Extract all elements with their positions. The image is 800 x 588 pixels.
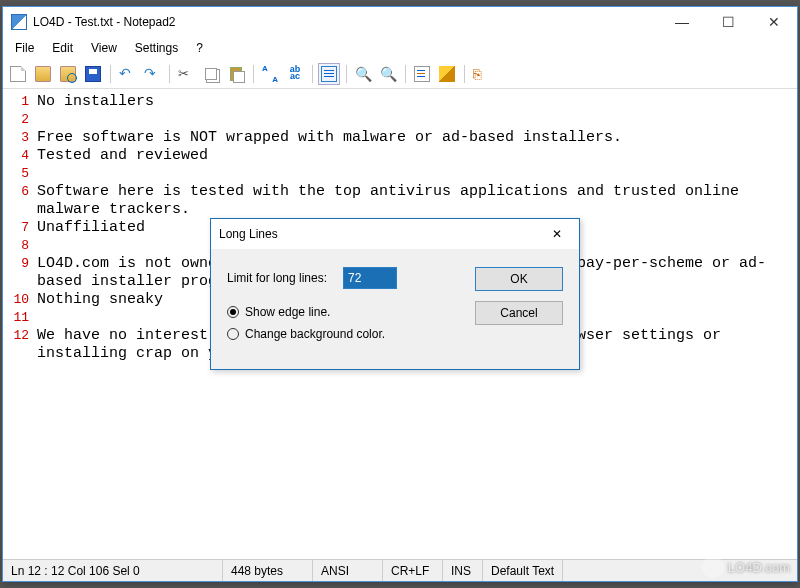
exit-button[interactable]: ⎘	[470, 63, 492, 85]
separator	[461, 63, 467, 85]
open-folder-icon	[35, 66, 51, 82]
menu-file[interactable]: File	[7, 39, 42, 57]
close-button[interactable]: ✕	[751, 7, 797, 37]
line-number: 12	[3, 327, 29, 363]
binoculars-icon	[262, 66, 278, 82]
paste-button[interactable]	[225, 63, 247, 85]
text-line[interactable]: Tested and reviewed	[37, 147, 797, 165]
browse-folder-icon	[60, 66, 76, 82]
menubar: File Edit View Settings ?	[3, 37, 797, 59]
limit-input[interactable]	[343, 267, 397, 289]
line-number: 2	[3, 111, 29, 129]
line-number: 10	[3, 291, 29, 309]
line-number: 7	[3, 219, 29, 237]
replace-icon: abac	[287, 66, 303, 82]
minimize-button[interactable]: —	[659, 7, 705, 37]
text-line[interactable]	[37, 111, 797, 129]
separator	[107, 63, 113, 85]
pencil-icon	[439, 66, 455, 82]
watermark-text: LO4D.com	[728, 560, 790, 575]
menu-settings[interactable]: Settings	[127, 39, 186, 57]
maximize-button[interactable]: ☐	[705, 7, 751, 37]
text-line[interactable]: Free software is NOT wrapped with malwar…	[37, 129, 797, 147]
text-line[interactable]: Software here is tested with the top ant…	[37, 183, 797, 219]
watermark: LO4D.com	[702, 556, 790, 578]
open-button[interactable]	[32, 63, 54, 85]
cancel-button[interactable]: Cancel	[475, 301, 563, 325]
line-number: 6	[3, 183, 29, 219]
status-encoding[interactable]: ANSI	[313, 560, 383, 581]
line-number: 3	[3, 129, 29, 147]
line-number: 5	[3, 165, 29, 183]
radio-change-bg[interactable]: Change background color.	[227, 327, 563, 341]
radio-edge-label: Show edge line.	[245, 305, 330, 319]
zoom-out-icon: 🔍	[380, 66, 396, 82]
copy-icon	[205, 68, 217, 80]
line-number: 4	[3, 147, 29, 165]
clipboard-icon	[230, 67, 242, 81]
undo-arrow-icon: ↶	[119, 66, 135, 82]
undo-button[interactable]: ↶	[116, 63, 138, 85]
replace-button[interactable]: abac	[284, 63, 306, 85]
menu-edit[interactable]: Edit	[44, 39, 81, 57]
dialog-body: Limit for long lines: Show edge line. Ch…	[211, 249, 579, 369]
redo-button[interactable]: ↷	[141, 63, 163, 85]
menu-help[interactable]: ?	[188, 39, 211, 57]
watermark-logo-icon	[702, 556, 724, 578]
dialog-title-text: Long Lines	[219, 227, 543, 241]
text-line[interactable]	[37, 165, 797, 183]
separator	[250, 63, 256, 85]
toolbar: ↶ ↷ ✂ abac 🔍 🔍 ⎘	[3, 59, 797, 89]
copy-button[interactable]	[200, 63, 222, 85]
window-title: LO4D - Test.txt - Notepad2	[33, 15, 659, 29]
wordwrap-button[interactable]	[318, 63, 340, 85]
dialog-titlebar[interactable]: Long Lines ✕	[211, 219, 579, 249]
statusbar: Ln 12 : 12 Col 106 Sel 0 448 bytes ANSI …	[3, 559, 797, 581]
scheme-button[interactable]	[411, 63, 433, 85]
status-filesize: 448 bytes	[223, 560, 313, 581]
save-disk-icon	[85, 66, 101, 82]
window-controls: — ☐ ✕	[659, 7, 797, 37]
line-number: 8	[3, 237, 29, 255]
scheme-icon	[414, 66, 430, 82]
radio-icon	[227, 306, 239, 318]
titlebar[interactable]: LO4D - Test.txt - Notepad2 — ☐ ✕	[3, 7, 797, 37]
status-eol[interactable]: CR+LF	[383, 560, 443, 581]
customize-button[interactable]	[436, 63, 458, 85]
radio-bg-label: Change background color.	[245, 327, 385, 341]
app-icon	[11, 14, 27, 30]
separator	[166, 63, 172, 85]
menu-view[interactable]: View	[83, 39, 125, 57]
status-syntax[interactable]: Default Text	[483, 560, 563, 581]
exit-door-icon: ⎘	[473, 66, 489, 82]
dialog-close-button[interactable]: ✕	[543, 223, 571, 245]
status-insert-mode[interactable]: INS	[443, 560, 483, 581]
radio-icon	[227, 328, 239, 340]
separator	[343, 63, 349, 85]
long-lines-dialog: Long Lines ✕ Limit for long lines: Show …	[210, 218, 580, 370]
separator	[402, 63, 408, 85]
browse-button[interactable]	[57, 63, 79, 85]
line-number: 11	[3, 309, 29, 327]
new-file-icon	[10, 66, 26, 82]
save-button[interactable]	[82, 63, 104, 85]
ok-button[interactable]: OK	[475, 267, 563, 291]
new-button[interactable]	[7, 63, 29, 85]
text-line[interactable]: No installers	[37, 93, 797, 111]
zoom-in-button[interactable]: 🔍	[352, 63, 374, 85]
status-position: Ln 12 : 12 Col 106 Sel 0	[3, 560, 223, 581]
find-button[interactable]	[259, 63, 281, 85]
limit-label: Limit for long lines:	[227, 271, 327, 285]
line-number: 9	[3, 255, 29, 291]
word-wrap-icon	[321, 66, 337, 82]
zoom-out-button[interactable]: 🔍	[377, 63, 399, 85]
redo-arrow-icon: ↷	[144, 66, 160, 82]
line-number-gutter: 123456789101112	[3, 89, 33, 559]
line-number: 1	[3, 93, 29, 111]
scissors-icon: ✂	[178, 66, 194, 82]
separator	[309, 63, 315, 85]
cut-button[interactable]: ✂	[175, 63, 197, 85]
zoom-in-icon: 🔍	[355, 66, 371, 82]
